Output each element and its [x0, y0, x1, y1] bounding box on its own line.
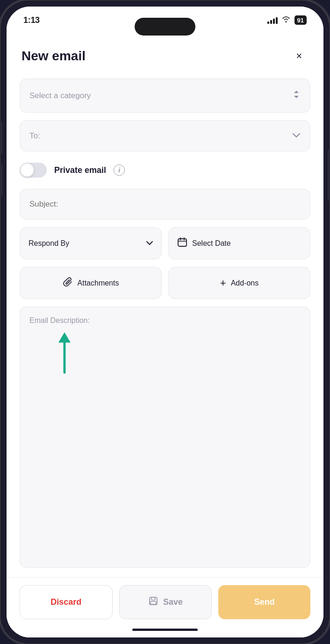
private-email-toggle[interactable] — [20, 163, 47, 178]
category-dropdown[interactable]: Select a category — [20, 79, 310, 113]
status-time: 1:13 — [23, 15, 40, 25]
plus-icon: + — [220, 277, 226, 289]
description-label: Email Description: — [29, 316, 301, 325]
signal-icon — [267, 16, 278, 24]
modal-title: New email — [22, 49, 86, 64]
info-icon[interactable]: i — [114, 165, 125, 176]
svg-rect-2 — [151, 597, 155, 600]
volume-up-button[interactable] — [0, 122, 2, 154]
calendar-icon — [177, 237, 187, 250]
home-indicator — [7, 629, 323, 637]
attachments-label: Attachments — [78, 279, 119, 287]
description-textarea[interactable] — [29, 329, 301, 441]
paperclip-icon — [63, 277, 73, 289]
chevron-updown-icon — [292, 89, 301, 102]
subject-input[interactable] — [29, 200, 301, 209]
toggle-knob — [21, 164, 34, 177]
save-button[interactable]: Save — [119, 585, 212, 619]
home-bar — [132, 629, 198, 631]
status-icons: 91 — [267, 15, 307, 25]
attachments-button[interactable]: Attachments — [20, 267, 162, 299]
svg-rect-3 — [151, 601, 156, 604]
select-date-label: Select Date — [192, 239, 231, 248]
send-button[interactable]: Send — [218, 585, 310, 619]
addons-button[interactable]: + Add-ons — [168, 267, 310, 299]
discard-button[interactable]: Discard — [20, 585, 113, 619]
description-field[interactable]: Email Description: — [20, 307, 310, 568]
modal-header: New email × — [7, 34, 323, 75]
action-row: Attachments + Add-ons — [20, 267, 310, 299]
content-area: New email × Select a category — [7, 34, 323, 637]
to-field[interactable]: To: — [20, 120, 310, 151]
save-label: Save — [163, 597, 183, 607]
private-email-row: Private email i — [20, 159, 310, 181]
addons-label: Add-ons — [231, 279, 259, 287]
battery-icon: 91 — [294, 15, 307, 25]
form-area: Select a category To: — [7, 75, 323, 577]
volume-down-button[interactable] — [0, 164, 2, 196]
wifi-icon — [281, 15, 291, 25]
subject-field[interactable] — [20, 189, 310, 220]
bottom-bar: Discard Save Send — [7, 577, 323, 629]
power-button[interactable] — [328, 150, 330, 201]
respond-by-label: Respond By — [29, 239, 69, 248]
to-placeholder: To: — [29, 131, 40, 141]
respond-by-chevron-icon — [146, 239, 153, 248]
category-placeholder: Select a category — [29, 91, 91, 100]
select-date-button[interactable]: Select Date — [168, 227, 310, 259]
respond-by-dropdown[interactable]: Respond By — [20, 227, 162, 259]
respond-date-row: Respond By — [20, 227, 310, 259]
dynamic-island — [135, 18, 195, 36]
phone-screen: 1:13 91 — [7, 7, 323, 637]
chevron-down-icon — [292, 131, 301, 141]
floppy-icon — [148, 596, 158, 608]
close-button[interactable]: × — [290, 47, 308, 65]
private-email-label: Private email — [54, 165, 106, 175]
svg-rect-0 — [178, 239, 187, 246]
phone-frame: 1:13 91 — [0, 0, 330, 644]
